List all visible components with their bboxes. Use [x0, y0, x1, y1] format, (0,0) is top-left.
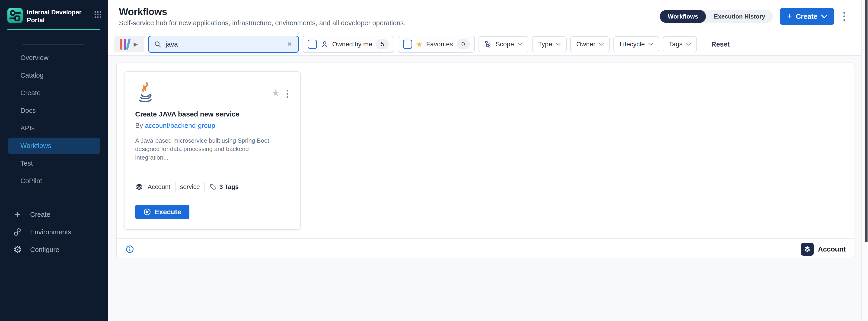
page-subtitle: Self-service hub for new applications, i… [119, 19, 405, 27]
workflow-meta-row: Account service 3 Tags [135, 182, 289, 192]
owned-by-me-checkbox[interactable] [308, 40, 317, 49]
workflow-description: A Java-based microservice built using Sp… [135, 136, 283, 162]
tree-icon [485, 40, 492, 48]
favorites-checkbox[interactable] [403, 40, 412, 49]
sidebar-item-overview[interactable]: Overview [8, 49, 100, 66]
sidebar-item-environments[interactable]: Environments [8, 223, 100, 241]
sidebar-item-create[interactable]: Create [8, 85, 100, 101]
page-header-text: Workflows Self-service hub for new appli… [119, 6, 405, 27]
sidebar-item-workflows[interactable]: Workflows [8, 138, 100, 154]
chevron-down-icon [686, 43, 691, 46]
chevron-down-icon [821, 14, 827, 18]
workflows-panel: ★ Create JAVA based new service By accou… [116, 63, 855, 258]
play-circle-icon [143, 208, 151, 216]
content-area: ★ Create JAVA based new service By accou… [108, 56, 868, 321]
header-actions: Workflows Execution History + Create [660, 8, 847, 25]
sidebar-item-docs[interactable]: Docs [8, 102, 100, 118]
card-more-options-icon[interactable] [285, 88, 289, 100]
plus-icon: + [787, 11, 792, 21]
sidebar-item-apis[interactable]: APIs [8, 120, 100, 136]
favorites-filter[interactable]: ★ Favorites 0 [398, 36, 475, 53]
portal-logo-icon [7, 8, 23, 23]
filter-bar: ▶ ✕ Owned by me 5 ★ Favorites 0 [108, 33, 868, 56]
sidebar-item-configure[interactable]: ⚙ Configure [8, 241, 100, 258]
workflow-title: Create JAVA based new service [135, 110, 289, 118]
scrollbar-thumb[interactable] [865, 0, 868, 242]
layers-icon [135, 183, 143, 191]
sidebar-item-test[interactable]: Test [8, 155, 100, 171]
workflow-byline: By account/backend-group [135, 122, 289, 130]
workflow-scope: Account [148, 183, 170, 190]
search-icon [154, 40, 161, 48]
tags-dropdown[interactable]: Tags [663, 36, 697, 52]
account-scope-badge[interactable]: Account [801, 243, 846, 256]
favorites-count: 0 [457, 39, 470, 49]
scrollbar-track[interactable] [861, 0, 868, 321]
lifecycle-dropdown[interactable]: Lifecycle [614, 36, 659, 52]
sidebar-item-catalog[interactable]: Catalog [8, 67, 100, 83]
brand-title: Internal Developer Portal [27, 8, 88, 24]
page-header: Workflows Self-service hub for new appli… [108, 0, 868, 33]
chevron-down-icon [648, 43, 653, 46]
java-logo-icon [135, 82, 155, 104]
sidebar-item-copilot[interactable]: CoPilot [8, 173, 100, 189]
owned-by-me-filter[interactable]: Owned by me 5 [303, 36, 394, 53]
tab-execution-history[interactable]: Execution History [706, 10, 773, 23]
sidebar-item-create-action[interactable]: + Create [8, 206, 100, 223]
chevron-down-icon [556, 43, 561, 46]
page-title: Workflows [119, 6, 405, 17]
main-area: Workflows Self-service hub for new appli… [108, 0, 868, 321]
workflows-grid: ★ Create JAVA based new service By accou… [117, 63, 855, 238]
workflow-type: service [180, 183, 200, 190]
tag-icon [210, 183, 217, 190]
search-box: ✕ [148, 36, 299, 53]
account-layers-icon [801, 243, 814, 256]
create-button[interactable]: + Create [780, 8, 834, 25]
brand-accent-divider [7, 29, 100, 30]
plus-icon: + [12, 210, 23, 219]
sidebar-nav: Overview Catalog Create Docs APIs Workfl… [0, 48, 108, 189]
star-icon: ★ [416, 40, 423, 48]
sidebar: Internal Developer Portal Overview Catal… [0, 0, 108, 321]
chevron-down-icon [599, 43, 604, 46]
view-toggle: Workflows Execution History [660, 10, 773, 23]
filter-divider [703, 37, 703, 51]
workflow-tags[interactable]: 3 Tags [210, 183, 239, 190]
app-switcher-icon[interactable] [93, 10, 102, 20]
reset-filters-button[interactable]: Reset [709, 40, 732, 48]
views-bars-icon [120, 39, 129, 50]
search-input[interactable] [165, 40, 282, 48]
card-top-row: ★ [135, 82, 289, 104]
chevron-down-icon [518, 43, 522, 46]
expand-triangle-icon: ▶ [133, 41, 138, 47]
card-actions: ★ [271, 82, 289, 100]
tab-workflows[interactable]: Workflows [660, 10, 706, 23]
favorite-star-icon[interactable]: ★ [271, 88, 280, 98]
info-icon[interactable] [125, 245, 134, 254]
workflow-card[interactable]: ★ Create JAVA based new service By accou… [124, 71, 301, 230]
clear-search-icon[interactable]: ✕ [286, 40, 293, 49]
panel-footer: Account [117, 238, 855, 258]
scope-dropdown[interactable]: Scope [478, 36, 528, 52]
more-options-icon[interactable] [841, 9, 847, 24]
owned-by-me-count: 5 [376, 39, 389, 49]
sidebar-divider [7, 197, 100, 197]
execute-button[interactable]: Execute [135, 205, 189, 219]
type-dropdown[interactable]: Type [532, 36, 567, 52]
saved-views-button[interactable]: ▶ [114, 36, 145, 52]
gear-icon: ⚙ [12, 245, 23, 254]
nav-top-divider [22, 44, 84, 45]
sidebar-footer: + Create Environments ⚙ Configure [0, 206, 108, 258]
brand: Internal Developer Portal [0, 0, 108, 24]
hexagons-icon [12, 227, 23, 237]
owner-dropdown[interactable]: Owner [570, 36, 610, 52]
person-icon [321, 40, 329, 48]
owner-group-link[interactable]: account/backend-group [145, 122, 215, 129]
